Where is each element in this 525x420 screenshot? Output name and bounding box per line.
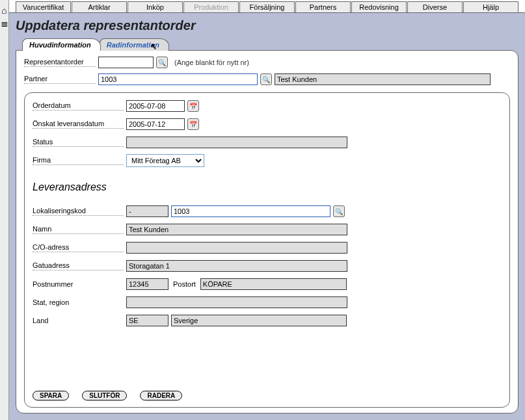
action-bar: SPARA SLUTFÖR RADERA <box>33 384 502 400</box>
menu-forsaljning[interactable]: Försäljning <box>239 1 295 12</box>
save-button[interactable]: SPARA <box>33 391 69 400</box>
tab-radinformation[interactable]: Radinformation ↖ <box>100 38 169 51</box>
country-name-display <box>171 315 347 326</box>
region-display <box>126 296 347 308</box>
partner-label: Partner <box>24 75 96 84</box>
postort-display <box>200 278 347 290</box>
orderdate-label: Orderdatum <box>33 101 124 111</box>
postcode-display <box>126 278 168 290</box>
loccode-prefix <box>126 205 168 217</box>
menu-inkop[interactable]: Inköp <box>128 1 183 12</box>
co-label: C/O-adress <box>33 243 124 252</box>
status-display <box>126 137 347 148</box>
orderdate-input[interactable] <box>126 100 185 112</box>
menu-partners[interactable]: Partners <box>295 1 351 12</box>
menubar: Varucertifikat Artiklar Inköp Produktion… <box>9 0 525 13</box>
partner-search-icon[interactable]: 🔍 <box>260 73 272 85</box>
loccode-search-icon[interactable]: 🔍 <box>333 205 345 217</box>
home-icon[interactable]: ⌂ <box>0 5 8 16</box>
list-icon[interactable]: ≣ <box>0 18 8 29</box>
left-rail: ⌂ ≣ <box>0 0 9 420</box>
street-display <box>126 260 347 272</box>
menu-hjalp[interactable]: Hjälp <box>463 1 518 12</box>
loccode-label: Lokaliseringskod <box>33 207 124 216</box>
status-label: Status <box>33 138 124 147</box>
order-hint: (Ange blankt för nytt nr) <box>174 59 249 66</box>
loccode-input[interactable] <box>171 205 330 217</box>
orderdate-calendar-icon[interactable]: 📅 <box>187 100 199 112</box>
partner-input[interactable] <box>98 73 258 85</box>
main-area: Varucertifikat Artiklar Inköp Produktion… <box>9 0 525 420</box>
address-section-title: Leveransadress <box>33 181 502 193</box>
order-search-icon[interactable]: 🔍 <box>156 57 168 68</box>
country-label: Land <box>33 317 124 325</box>
menu-varucertifikat[interactable]: Varucertifikat <box>16 1 71 12</box>
tab-radinformation-label: Radinformation <box>107 41 159 49</box>
country-code-display <box>126 315 168 326</box>
menu-produktion: Produktion <box>183 1 239 12</box>
order-input[interactable] <box>98 57 154 68</box>
firm-select[interactable]: Mitt Företag AB <box>126 154 204 167</box>
street-label: Gatuadress <box>33 261 124 270</box>
delivdate-input[interactable] <box>126 118 185 130</box>
postcode-label: Postnummer <box>33 280 124 289</box>
tabs: Huvudinformation Radinformation ↖ <box>16 38 518 51</box>
tab-body: Representantorder 🔍 (Ange blankt för nyt… <box>16 50 518 413</box>
name-label: Namn <box>33 225 124 234</box>
finish-button[interactable]: SLUTFÖR <box>82 391 127 400</box>
region-label: Stat, region <box>33 298 124 307</box>
firm-label: Firma <box>33 156 124 165</box>
page-title: Uppdatera representantorder <box>16 18 518 33</box>
menu-diverse[interactable]: Diverse <box>407 1 463 12</box>
co-display <box>126 242 347 254</box>
detail-panel: Orderdatum 📅 Önskat leveransdatum 📅 Stat… <box>24 92 510 408</box>
delivdate-label: Önskat leveransdatum <box>33 120 124 129</box>
partner-name-display <box>275 73 491 85</box>
order-label: Representantorder <box>24 58 96 67</box>
page: Uppdatera representantorder Huvudinforma… <box>9 13 525 420</box>
menu-redovisning[interactable]: Redovisning <box>351 1 407 12</box>
postort-label: Postort <box>173 280 196 288</box>
name-display <box>126 224 347 235</box>
menu-artiklar[interactable]: Artiklar <box>72 1 127 12</box>
delivdate-calendar-icon[interactable]: 📅 <box>187 118 199 130</box>
delete-button[interactable]: RADERA <box>140 391 182 400</box>
tab-huvudinformation[interactable]: Huvudinformation <box>22 38 101 51</box>
